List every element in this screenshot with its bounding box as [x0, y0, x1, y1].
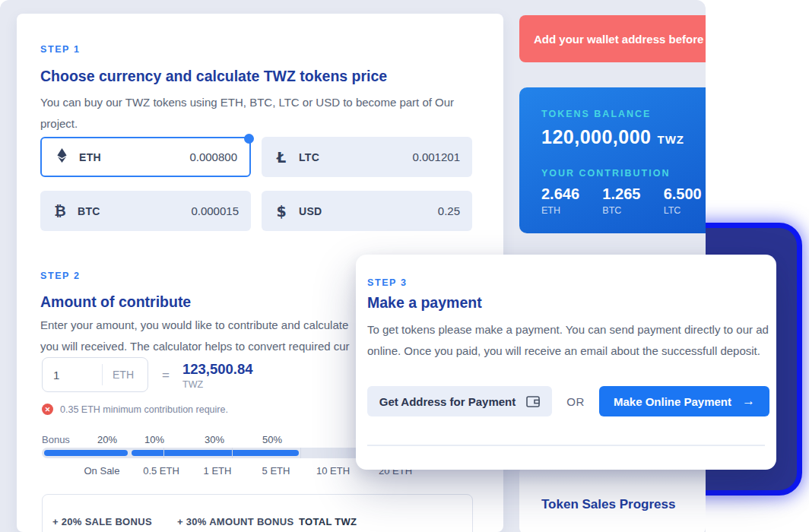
result-value: 123,500.84 — [182, 361, 253, 378]
selected-dot-icon — [244, 134, 254, 144]
contribution-value: 6.500 — [664, 185, 706, 203]
step3-title: Make a payment — [367, 294, 482, 312]
contribution-btc: 1.265 BTC — [602, 185, 663, 216]
contribution-eth: 2.646 ETH — [541, 185, 602, 216]
dollar-icon: $ — [274, 203, 289, 220]
payment-buttons-row: Get Address for Payment OR Make Online P… — [367, 386, 769, 416]
contribution-unit: ETH — [541, 205, 602, 216]
step1-description-line2: project. — [40, 113, 480, 135]
bonus-percent: 50% — [262, 434, 282, 445]
currency-option-btc[interactable]: ₿ BTC 0.000015 — [40, 191, 251, 231]
bonus-tick: 10 ETH — [316, 465, 350, 477]
step1-title: Choose currency and calculate TWZ tokens… — [40, 68, 387, 85]
bitcoin-icon: ₿ — [52, 202, 68, 220]
litecoin-icon: Ł — [274, 149, 289, 166]
bonus-percent: 30% — [205, 434, 224, 445]
step3-label: STEP 3 — [367, 277, 407, 288]
wallet-address-alert[interactable]: Add your wallet address before bu — [519, 15, 706, 62]
bonus-tick-divider — [300, 448, 301, 458]
result-unit: TWZ — [182, 379, 203, 390]
amount-unit-label: ETH — [102, 364, 134, 385]
step1-label: STEP 1 — [40, 44, 80, 55]
tokens-balance-label: TOKENS BALANCE — [541, 109, 706, 119]
currency-option-usd[interactable]: $ USD 0.25 — [262, 191, 472, 231]
tokens-balance-unit: TWZ — [658, 133, 684, 146]
or-separator: OR — [552, 395, 599, 408]
currency-rate: 0.000800 — [189, 150, 237, 163]
contribution-value: 2.646 — [541, 185, 602, 203]
total-twz-label: TOTAL TWZ — [299, 516, 357, 527]
contribution-unit: LTC — [664, 205, 706, 216]
amount-input-group: ETH — [42, 357, 148, 392]
tokens-balance-card: TOKENS BALANCE 120,000,000 TWZ YOUR CONT… — [519, 87, 706, 233]
bonus-percent: 20% — [97, 434, 117, 445]
error-text: 0.35 ETH minimum contribution require. — [60, 404, 228, 415]
currency-rate: 0.25 — [438, 204, 460, 217]
token-sales-progress-title: Token Sales Progress — [541, 497, 675, 512]
get-address-button[interactable]: Get Address for Payment — [367, 386, 552, 416]
bonus-progress-fill-segment — [44, 450, 128, 456]
tokens-balance-value: 120,000,000 — [541, 126, 652, 148]
step1-description-line1: You can buy our TWZ tokens using ETH, BT… — [40, 92, 480, 113]
totals-summary-box: + 20% SALE BONUS + 30% AMOUNT BONUS TOTA… — [42, 494, 473, 532]
make-online-payment-label: Make Online Payment — [614, 395, 731, 408]
currency-rate: 0.001201 — [412, 150, 460, 163]
bonus-tick: On Sale — [84, 465, 120, 477]
amount-bonus-label: + 30% AMOUNT BONUS — [177, 516, 293, 527]
currency-code: LTC — [299, 151, 319, 163]
bonus-progress-fill-segment — [132, 450, 299, 456]
currency-rate: 0.000015 — [191, 204, 239, 217]
token-sales-progress-card: Token Sales Progress — [519, 465, 706, 532]
bonus-label: Bonus — [42, 434, 70, 445]
currency-code: ETH — [79, 151, 101, 163]
bonus-tick-divider — [163, 448, 164, 458]
currency-code: USD — [299, 205, 322, 217]
screenshot-stage: STEP 1 Choose currency and calculate TWZ… — [0, 0, 809, 532]
bonus-tick: 5 ETH — [262, 465, 290, 477]
arrow-right-icon: → — [742, 394, 755, 409]
sale-bonus-label: + 20% SALE BONUS — [52, 516, 152, 527]
make-payment-card: STEP 3 Make a payment To get tokens plea… — [356, 255, 776, 470]
make-online-payment-button[interactable]: Make Online Payment → — [599, 386, 769, 416]
step2-label: STEP 2 — [40, 271, 80, 281]
error-icon: ✕ — [42, 404, 53, 415]
currency-option-eth[interactable]: ETH 0.000800 — [40, 137, 251, 177]
currency-code: BTC — [78, 205, 100, 217]
bonus-tick: 1 ETH — [204, 465, 232, 477]
get-address-button-label: Get Address for Payment — [379, 395, 516, 408]
your-contribution-label: YOUR CONTRIBUTION — [541, 168, 706, 179]
step3-description-line2: online. Once you paid, you will receive … — [367, 340, 770, 362]
amount-input[interactable] — [43, 369, 102, 382]
contribution-ltc: 6.500 LTC — [664, 185, 706, 216]
step3-description-line1: To get tokens please make a payment. You… — [367, 319, 770, 340]
step2-title: Amount of contribute — [40, 293, 191, 311]
currency-option-ltc[interactable]: Ł LTC 0.001201 — [262, 137, 472, 177]
bonus-tick: 0.5 ETH — [143, 465, 179, 477]
ethereum-icon — [54, 148, 69, 166]
contribution-value: 1.265 — [602, 185, 663, 203]
minimum-contribution-error: ✕ 0.35 ETH minimum contribution require. — [42, 404, 228, 415]
wallet-icon — [526, 396, 540, 407]
alert-text: Add your wallet address before bu — [534, 33, 706, 46]
step3-divider — [367, 445, 765, 446]
equals-sign: = — [162, 368, 170, 383]
bonus-tick-divider — [232, 448, 233, 458]
bonus-percent: 10% — [144, 434, 164, 445]
contribution-unit: BTC — [602, 205, 663, 216]
